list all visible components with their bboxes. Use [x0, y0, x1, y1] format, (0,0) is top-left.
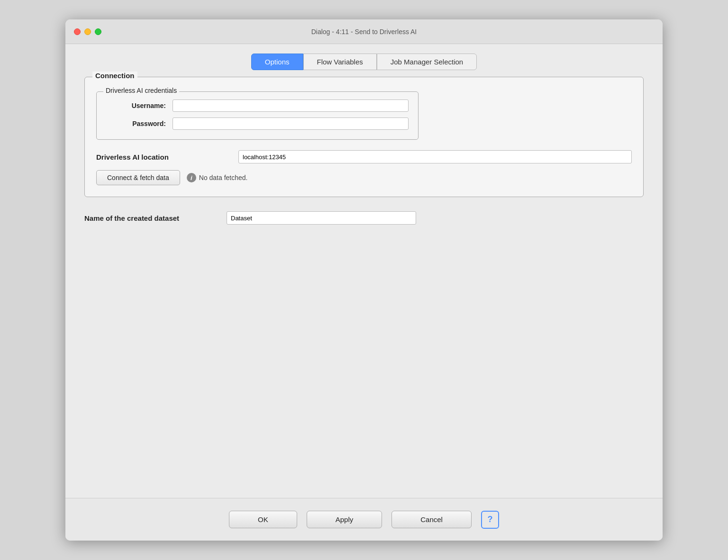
dataset-row: Name of the created dataset [84, 207, 644, 229]
traffic-lights [74, 28, 101, 35]
window-title: Dialog - 4:11 - Send to Driverless AI [311, 28, 417, 36]
credentials-legend: Driverless AI credentials [103, 87, 179, 94]
action-row: Connect & fetch data i No data fetched. [96, 170, 632, 185]
username-row: Username: [106, 99, 409, 112]
cancel-button[interactable]: Cancel [391, 511, 472, 528]
ok-button[interactable]: OK [229, 511, 297, 528]
close-button[interactable] [74, 28, 81, 35]
minimize-button[interactable] [84, 28, 91, 35]
apply-button[interactable]: Apply [307, 511, 382, 528]
location-input[interactable] [238, 150, 632, 163]
password-row: Password: [106, 117, 409, 130]
connect-fetch-button[interactable]: Connect & fetch data [96, 170, 180, 185]
maximize-button[interactable] [95, 28, 101, 35]
dialog-window: Dialog - 4:11 - Send to Driverless AI Op… [65, 19, 663, 541]
info-icon: i [187, 173, 196, 182]
credentials-panel: Driverless AI credentials Username: Pass… [96, 91, 419, 140]
connection-legend: Connection [92, 72, 137, 80]
username-label: Username: [106, 102, 173, 109]
tab-options[interactable]: Options [251, 54, 303, 70]
location-label: Driverless AI location [96, 153, 238, 161]
tabs-bar: Options Flow Variables Job Manager Selec… [65, 44, 663, 77]
connection-panel: Connection Driverless AI credentials Use… [84, 77, 644, 197]
title-bar: Dialog - 4:11 - Send to Driverless AI [65, 19, 663, 44]
tab-job-manager-selection[interactable]: Job Manager Selection [377, 54, 477, 70]
main-content: Connection Driverless AI credentials Use… [65, 77, 663, 498]
dataset-label: Name of the created dataset [84, 214, 227, 222]
status-text: No data fetched. [199, 174, 248, 181]
status-info: i No data fetched. [187, 173, 248, 182]
username-input[interactable] [173, 99, 409, 112]
password-input[interactable] [173, 117, 409, 130]
password-label: Password: [106, 120, 173, 127]
help-button[interactable]: ? [481, 511, 499, 529]
location-row: Driverless AI location [96, 150, 632, 163]
tab-flow-variables[interactable]: Flow Variables [303, 54, 377, 70]
footer: OK Apply Cancel ? [65, 498, 663, 541]
dataset-input[interactable] [227, 211, 416, 225]
